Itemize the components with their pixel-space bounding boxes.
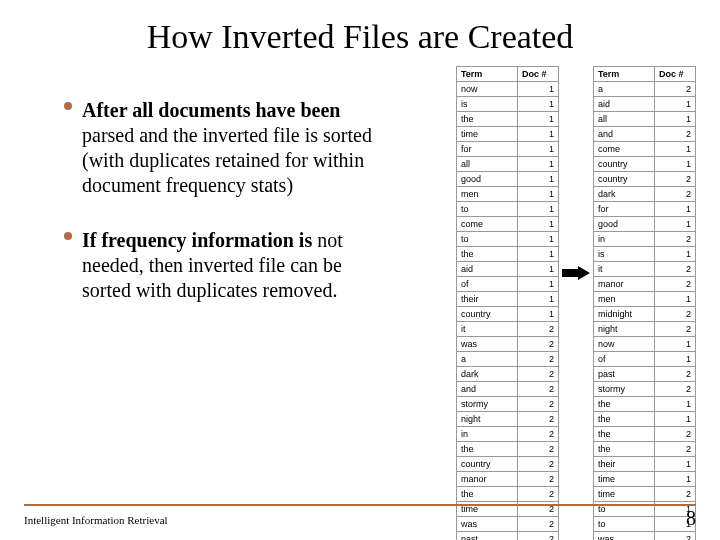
cell-doc: 1 <box>518 142 559 157</box>
table-row: their1 <box>594 457 696 472</box>
cell-term: past <box>594 367 655 382</box>
cell-term: country <box>594 157 655 172</box>
cell-doc: 2 <box>655 232 696 247</box>
cell-doc: 1 <box>518 277 559 292</box>
footer-divider <box>24 504 696 506</box>
table-row: come1 <box>457 217 559 232</box>
table-row: was2 <box>457 517 559 532</box>
cell-term: is <box>594 247 655 262</box>
cell-term: stormy <box>457 397 518 412</box>
table-row: to1 <box>457 232 559 247</box>
cell-term: dark <box>594 187 655 202</box>
cell-doc: 2 <box>518 487 559 502</box>
cell-term: aid <box>457 262 518 277</box>
cell-term: midnight <box>594 307 655 322</box>
cell-doc: 2 <box>655 427 696 442</box>
cell-term: country <box>457 307 518 322</box>
cell-doc: 2 <box>518 397 559 412</box>
table-row: past2 <box>594 367 696 382</box>
footer-text: Intelligent Information Retrieval <box>24 514 168 526</box>
table-row: good1 <box>594 217 696 232</box>
slide-title: How Inverted Files are Created <box>0 18 720 56</box>
table-row: come1 <box>594 142 696 157</box>
cell-doc: 1 <box>518 112 559 127</box>
cell-term: all <box>594 112 655 127</box>
cell-term: the <box>594 412 655 427</box>
table-row: to1 <box>594 517 696 532</box>
table-row: country2 <box>594 172 696 187</box>
cell-doc: 1 <box>518 97 559 112</box>
table-row: the1 <box>457 247 559 262</box>
cell-term: was <box>594 532 655 541</box>
cell-doc: 1 <box>518 82 559 97</box>
table-row: time1 <box>594 472 696 487</box>
tables-area: Term Doc # now1is1the1time1for1all1good1… <box>456 66 696 540</box>
table-row: country1 <box>457 307 559 322</box>
table-row: is1 <box>594 247 696 262</box>
cell-term: men <box>457 187 518 202</box>
cell-doc: 1 <box>655 157 696 172</box>
cell-term: country <box>457 457 518 472</box>
bullet-dot-icon <box>64 232 72 240</box>
table-row: time2 <box>594 487 696 502</box>
cell-term: time <box>594 487 655 502</box>
table-row: the1 <box>594 412 696 427</box>
table-row: dark2 <box>457 367 559 382</box>
cell-doc: 1 <box>655 97 696 112</box>
arrow-wrap <box>559 66 593 280</box>
cell-doc: 1 <box>518 232 559 247</box>
table-row: good1 <box>457 172 559 187</box>
cell-doc: 2 <box>518 532 559 541</box>
cell-doc: 2 <box>518 472 559 487</box>
table-row: now1 <box>457 82 559 97</box>
bullet-dot-icon <box>64 102 72 110</box>
table-row: men1 <box>457 187 559 202</box>
cell-term: past <box>457 532 518 541</box>
cell-doc: 2 <box>518 382 559 397</box>
cell-doc: 1 <box>655 217 696 232</box>
table-row: for1 <box>594 202 696 217</box>
table-row: past2 <box>457 532 559 541</box>
cell-doc: 2 <box>655 532 696 541</box>
table-row: of1 <box>457 277 559 292</box>
cell-term: the <box>457 247 518 262</box>
arrow-right-icon <box>562 266 590 280</box>
table-row: to1 <box>457 202 559 217</box>
cell-term: manor <box>594 277 655 292</box>
cell-term: in <box>457 427 518 442</box>
cell-doc: 1 <box>518 262 559 277</box>
cell-term: dark <box>457 367 518 382</box>
table-row: stormy2 <box>594 382 696 397</box>
cell-term: now <box>594 337 655 352</box>
cell-term: and <box>594 127 655 142</box>
cell-doc: 2 <box>518 322 559 337</box>
cell-term: the <box>594 442 655 457</box>
cell-doc: 2 <box>655 487 696 502</box>
cell-term: a <box>594 82 655 97</box>
cell-doc: 2 <box>518 442 559 457</box>
cell-doc: 1 <box>518 217 559 232</box>
cell-doc: 2 <box>655 277 696 292</box>
cell-term: it <box>457 322 518 337</box>
cell-term: men <box>594 292 655 307</box>
table-row: in2 <box>457 427 559 442</box>
table-row: and2 <box>457 382 559 397</box>
sorted-table: Term Doc # a2aid1all1and2come1country1co… <box>593 66 696 540</box>
cell-doc: 2 <box>518 457 559 472</box>
table-row: it2 <box>457 322 559 337</box>
cell-doc: 1 <box>518 172 559 187</box>
table-row: all1 <box>594 112 696 127</box>
cell-doc: 2 <box>655 127 696 142</box>
cell-doc: 1 <box>518 307 559 322</box>
table-row: was2 <box>594 532 696 541</box>
table-row: country1 <box>594 157 696 172</box>
cell-term: to <box>457 232 518 247</box>
cell-doc: 1 <box>655 337 696 352</box>
cell-term: country <box>594 172 655 187</box>
cell-term: now <box>457 82 518 97</box>
col-header-doc: Doc # <box>518 67 559 82</box>
cell-doc: 1 <box>655 112 696 127</box>
cell-term: to <box>457 202 518 217</box>
table-row: of1 <box>594 352 696 367</box>
cell-doc: 1 <box>655 247 696 262</box>
